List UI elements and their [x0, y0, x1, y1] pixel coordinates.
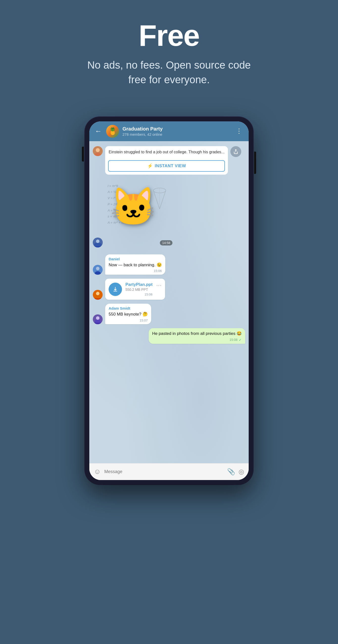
article-body-text: Einstein struggled to find a job out of …: [109, 149, 224, 155]
message-row: Daniel Now — back to planning. 😉 15:06: [93, 254, 245, 275]
svg-rect-23: [95, 320, 101, 323]
message-meta: 15:06: [109, 269, 162, 273]
message-time: 15:08: [229, 338, 238, 342]
file-size: 550.2 MB PPT: [125, 288, 153, 292]
sticker-time: 14:58: [160, 240, 172, 246]
own-message-bubble: He pasted in photos from all previous pa…: [149, 328, 245, 344]
instant-view-button[interactable]: ⚡ INSTANT VIEW: [108, 160, 225, 172]
article-text-area: Einstein struggled to find a job out of …: [105, 146, 228, 158]
sender-name: Adam Smidt: [109, 306, 148, 310]
message-meta: 15:07: [109, 318, 148, 322]
avatar: [93, 146, 103, 156]
group-info: Graduation Party 278 members, 42 online: [122, 126, 230, 136]
hero-title: Free: [139, 20, 199, 51]
group-members: 278 members, 42 online: [122, 132, 230, 136]
emoji-button[interactable]: ☺: [94, 468, 101, 476]
message-time: 15:06: [144, 292, 153, 296]
svg-rect-18: [95, 295, 101, 298]
svg-rect-11: [94, 243, 101, 246]
file-info: PartyPlan.ppt 550.2 MB PPT 15:06: [125, 282, 153, 296]
back-button[interactable]: ←: [94, 126, 103, 136]
file-name: PartyPlan.ppt: [125, 282, 153, 287]
daniel-message-bubble: Daniel Now — back to planning. 😉 15:06: [105, 254, 165, 275]
message-row: PartyPlan.ppt 550.2 MB PPT 15:06 ⋯: [93, 279, 245, 300]
svg-point-21: [96, 316, 99, 320]
message-input[interactable]: [104, 469, 224, 474]
message-meta: 15:06: [125, 292, 153, 296]
svg-point-16: [96, 292, 99, 295]
chat-input-bar: ☺ 📎 ◎: [89, 463, 249, 480]
share-button[interactable]: [230, 146, 241, 157]
phone-outer-frame: ← 🍍 Graduation Party 278 members, 42 onl…: [85, 117, 253, 484]
more-button[interactable]: ⋮: [234, 126, 244, 136]
message-row: Einstein struggled to find a job out of …: [93, 146, 245, 174]
message-time: 15:06: [154, 269, 162, 273]
file-more-button[interactable]: ⋯: [156, 282, 162, 288]
instant-view-label: INSTANT VIEW: [155, 164, 186, 168]
hero-subtitle: No ads, no fees. Open source code free f…: [82, 58, 256, 87]
chat-body: Einstein struggled to find a job out of …: [89, 141, 249, 463]
avatar-boy-blue: [93, 238, 103, 248]
message-row: Adam Smidt 550 MB keynote? 🤔 15:07: [93, 304, 245, 324]
message-text: Now — back to planning. 😉: [109, 262, 162, 268]
phone-screen: ← 🍍 Graduation Party 278 members, 42 onl…: [89, 121, 249, 480]
article-bubble: Einstein struggled to find a job out of …: [105, 146, 228, 174]
group-avatar: 🍍: [106, 125, 119, 138]
avatar-orange: [93, 290, 103, 300]
message-time: 15:07: [140, 318, 148, 322]
instant-view-icon: ⚡: [147, 163, 153, 169]
cat-sticker: 🐱: [110, 188, 156, 225]
message-text: He pasted in photos from all previous pa…: [152, 331, 242, 337]
svg-line-6: [160, 190, 166, 209]
phone-mockup: ← 🍍 Graduation Party 278 members, 42 onl…: [85, 117, 253, 484]
message-text: 550 MB keynote? 🤔: [109, 311, 148, 318]
message-meta: 15:08 ✓: [152, 338, 242, 342]
camera-button[interactable]: ◎: [239, 468, 244, 476]
avatar-adam: [93, 314, 103, 324]
attach-button[interactable]: 📎: [227, 468, 235, 476]
file-attachment-bubble: PartyPlan.ppt 550.2 MB PPT 15:06 ⋯: [105, 279, 165, 300]
sticker-container: l = πr²θ A = ½r²θ V = l³ P = 2πr A = πr²…: [105, 180, 174, 248]
svg-point-1: [96, 148, 100, 152]
avatar-spacer: [93, 265, 103, 275]
adam-message-bubble: Adam Smidt 550 MB keynote? 🤔 15:07: [105, 304, 151, 324]
read-receipt-icon: ✓: [239, 338, 242, 342]
chat-header: ← 🍍 Graduation Party 278 members, 42 onl…: [89, 121, 249, 141]
hero-section: Free No ads, no fees. Open source code f…: [0, 0, 338, 102]
svg-point-9: [96, 240, 99, 243]
message-row-own: He pasted in photos from all previous pa…: [93, 328, 245, 344]
file-download-button[interactable]: [109, 282, 122, 296]
group-name: Graduation Party: [122, 126, 230, 132]
svg-point-13: [96, 267, 99, 270]
sender-name: Daniel: [109, 257, 162, 261]
